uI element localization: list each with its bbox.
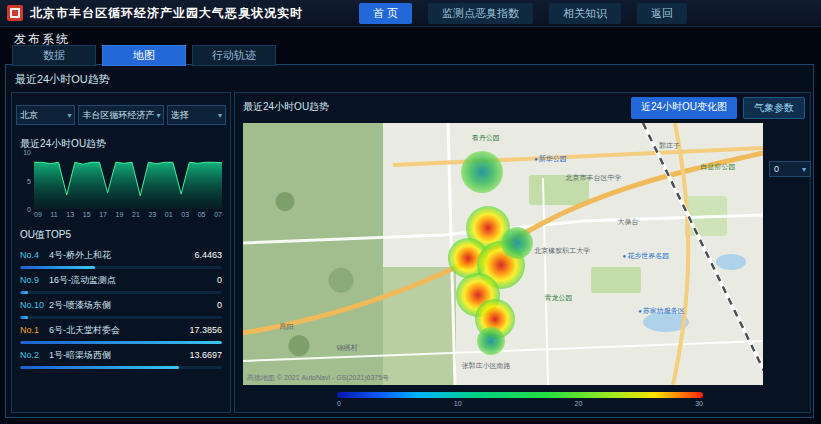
station-name: 1号-暗渠场西侧 — [49, 349, 185, 362]
chevron-down-icon: ▾ — [67, 111, 71, 120]
map-panel-title: 最近24小时OU趋势 — [243, 100, 329, 114]
map-attribution: 高德地图 © 2021 AutoNavi - GS(2021)6375号 — [247, 373, 389, 383]
top5-title: OU值TOP5 — [20, 228, 230, 242]
tab-track[interactable]: 行动轨迹 — [192, 45, 276, 66]
x-tick: 11 — [50, 211, 57, 218]
top5-row[interactable]: No.4 4号-桥外上和花 6.4463 — [20, 244, 222, 269]
rank-label: No.2 — [20, 350, 44, 360]
x-tick: 07 — [214, 211, 222, 218]
app-logo-icon — [7, 5, 23, 21]
district-select-value: 丰台区循环经济产 — [82, 109, 154, 122]
left-panel: 北京 ▾ 丰台区循环经济产 ▾ 选择 ▾ 最近24小时OU趋势 10 5 0 — [11, 92, 231, 413]
heat-blob — [461, 151, 503, 193]
view-tabs: 数据 地图 行动轨迹 — [12, 45, 276, 66]
map-label: 张郭庄小区南路 — [461, 361, 510, 371]
station-name: 6号-北天堂村委会 — [49, 324, 185, 337]
panel-title: 最近24小时OU趋势 — [15, 72, 110, 87]
y-tick: 5 — [18, 178, 31, 185]
x-tick: 21 — [132, 211, 140, 218]
y-tick: 0 — [18, 206, 31, 213]
nav-odor-index[interactable]: 监测点恶臭指数 — [428, 3, 533, 24]
point-select-value: 选择 — [171, 109, 189, 122]
map-label: 高阳 — [279, 322, 293, 332]
rank-label: No.9 — [20, 275, 44, 285]
map-label: 看丹公园 — [472, 133, 500, 143]
city-select[interactable]: 北京 ▾ — [16, 105, 75, 125]
x-tick: 15 — [83, 211, 91, 218]
map-label: 白盆窑公园 — [701, 162, 736, 172]
map-panel: 最近24小时OU趋势 近24小时OU变化图 气象参数 0 ▾ — [234, 92, 811, 413]
legend-tick: 30 — [695, 400, 703, 407]
ou-value: 0 — [217, 275, 222, 285]
top5-row[interactable]: No.1 6号-北天堂村委会 17.3856 — [20, 319, 222, 344]
rank-label: No.10 — [20, 300, 44, 310]
tab-map[interactable]: 地图 — [102, 45, 186, 66]
y-axis: 10 5 0 — [18, 149, 31, 213]
chevron-down-icon: ▾ — [156, 111, 160, 120]
legend-ticks: 0 10 20 30 — [337, 400, 703, 407]
legend-gradient-bar — [337, 392, 703, 398]
weather-params-button[interactable]: 气象参数 — [743, 97, 805, 119]
ou-value: 0 — [217, 300, 222, 310]
nav-back[interactable]: 返回 — [637, 3, 687, 24]
map-label: 锦绣村 — [337, 343, 358, 353]
map-label: 青龙公园 — [545, 293, 573, 303]
ou-change-chart-button[interactable]: 近24小时OU变化图 — [631, 97, 737, 119]
main-panel: 最近24小时OU趋势 北京 ▾ 丰台区循环经济产 ▾ 选择 ▾ 最近24小时OU… — [5, 64, 814, 418]
tab-data[interactable]: 数据 — [12, 45, 96, 66]
map-label: 郭庄子 — [659, 141, 680, 151]
point-select[interactable]: 选择 ▾ — [167, 105, 226, 125]
x-tick: 01 — [165, 211, 173, 218]
top5-row[interactable]: No.10 2号-喷漆场东侧 0 — [20, 294, 222, 319]
station-name: 4号-桥外上和花 — [49, 249, 190, 262]
rank-label: No.1 — [20, 325, 44, 335]
ou-value: 17.3856 — [189, 325, 222, 335]
app-header: 北京市丰台区循环经济产业园大气恶臭状况实时 首 页 监测点恶臭指数 相关知识 返… — [0, 0, 821, 27]
top5-row[interactable]: No.2 1号-暗渠场西侧 13.6697 — [20, 344, 222, 369]
x-axis: 09 11 13 15 17 19 21 23 01 03 05 07 — [34, 211, 222, 218]
x-tick: 03 — [181, 211, 189, 218]
map-layer-select[interactable]: 0 ▾ — [769, 161, 811, 177]
district-select[interactable]: 丰台区循环经济产 ▾ — [78, 105, 163, 125]
x-tick: 13 — [66, 211, 74, 218]
ou-value: 13.6697 — [189, 350, 222, 360]
progress-track — [20, 366, 222, 369]
ou-value: 6.4463 — [194, 250, 222, 260]
chevron-down-icon: ▾ — [802, 165, 806, 174]
x-tick: 05 — [198, 211, 206, 218]
nav-knowledge[interactable]: 相关知识 — [549, 3, 621, 24]
progress-bar — [20, 366, 179, 369]
map-label: 大葆台 — [617, 217, 638, 227]
station-name: 16号-流动监测点 — [49, 274, 213, 287]
main-nav: 首 页 监测点恶臭指数 相关知识 返回 — [359, 3, 687, 24]
heat-blob — [501, 227, 533, 259]
map-label: 北京橡胶职工大学 — [534, 246, 590, 256]
x-tick: 17 — [99, 211, 107, 218]
chart-title: 最近24小时OU趋势 — [20, 137, 230, 151]
trend-area-svg — [34, 153, 222, 209]
app-title: 北京市丰台区循环经济产业园大气恶臭状况实时 — [30, 5, 303, 22]
city-select-value: 北京 — [20, 109, 38, 122]
x-tick: 19 — [116, 211, 124, 218]
y-tick: 10 — [18, 149, 31, 156]
map-label: 花乡世界名园 — [623, 251, 670, 261]
map-layer-select-value: 0 — [774, 164, 779, 174]
nav-home[interactable]: 首 页 — [359, 3, 412, 24]
rank-label: No.4 — [20, 250, 44, 260]
x-tick: 23 — [148, 211, 156, 218]
legend-tick: 10 — [454, 400, 462, 407]
map-label: 北京市丰台区中学 — [565, 173, 621, 183]
legend-tick: 20 — [574, 400, 582, 407]
top5-row[interactable]: No.9 16号-流动监测点 0 — [20, 269, 222, 294]
map-canvas[interactable]: 看丹公园 新华公园 北京市丰台区中学 郭庄子 白盆窑公园 大葆台 北京橡胶职工大… — [243, 123, 763, 385]
legend-tick: 0 — [337, 400, 341, 407]
map-label: 新华公园 — [534, 154, 567, 164]
map-panel-buttons: 近24小时OU变化图 气象参数 — [631, 97, 805, 119]
map-label: 苏家坊服务区 — [638, 306, 685, 316]
filter-selects: 北京 ▾ 丰台区循环经济产 ▾ 选择 ▾ — [16, 105, 226, 125]
station-name: 2号-喷漆场东侧 — [49, 299, 213, 312]
heat-blob — [477, 327, 505, 355]
ou-trend-chart: 10 5 0 — [34, 153, 222, 209]
x-tick: 09 — [34, 211, 42, 218]
heat-legend: 0 10 20 30 — [337, 392, 703, 407]
